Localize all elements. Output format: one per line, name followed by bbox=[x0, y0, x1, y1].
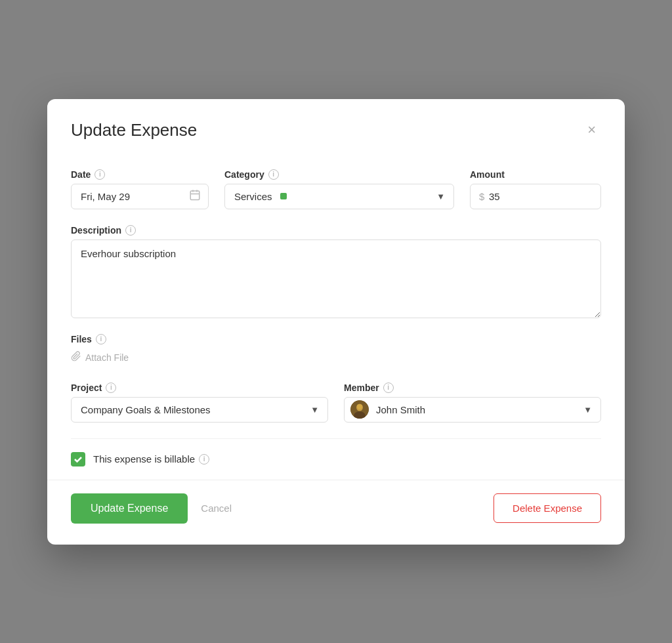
date-input[interactable] bbox=[71, 184, 209, 209]
date-input-wrapper bbox=[71, 184, 209, 209]
modal-body: Date i bbox=[47, 154, 625, 480]
project-group: Project i Company Goals & Milestones ▼ bbox=[71, 383, 328, 423]
category-dot bbox=[280, 193, 287, 199]
category-group: Category i Services ▼ bbox=[224, 169, 454, 209]
description-row: Description i Everhour subscription bbox=[71, 225, 601, 318]
billable-label: This expense is billable i bbox=[93, 453, 209, 465]
files-info-icon: i bbox=[96, 334, 106, 344]
member-select-wrapper: John Smith ▼ bbox=[344, 397, 601, 423]
billable-checkbox[interactable] bbox=[71, 452, 85, 467]
footer-left-actions: Update Expense Cancel bbox=[71, 493, 234, 524]
amount-prefix: $ bbox=[479, 191, 484, 202]
update-expense-modal: Update Expense × Date i bbox=[47, 99, 625, 545]
amount-input[interactable] bbox=[470, 184, 601, 209]
category-display[interactable]: Services bbox=[224, 184, 454, 209]
category-label: Category i bbox=[224, 169, 454, 180]
project-select-wrapper: Company Goals & Milestones ▼ bbox=[71, 397, 328, 423]
delete-expense-button[interactable]: Delete Expense bbox=[494, 493, 601, 523]
description-label: Description i bbox=[71, 225, 601, 236]
close-button[interactable]: × bbox=[582, 120, 601, 140]
project-label: Project i bbox=[71, 383, 328, 393]
category-info-icon: i bbox=[268, 169, 279, 180]
member-select[interactable]: John Smith bbox=[344, 397, 601, 423]
amount-group: Amount $ bbox=[470, 169, 601, 209]
member-info-icon: i bbox=[383, 383, 394, 393]
modal-title: Update Expense bbox=[71, 120, 197, 140]
cancel-button[interactable]: Cancel bbox=[198, 497, 234, 519]
billable-info-icon: i bbox=[199, 454, 209, 465]
amount-label: Amount bbox=[470, 169, 601, 180]
description-info-icon: i bbox=[125, 225, 136, 236]
description-group: Description i Everhour subscription bbox=[71, 225, 601, 318]
member-label: Member i bbox=[344, 383, 601, 393]
date-category-amount-row: Date i bbox=[71, 169, 601, 209]
billable-row: This expense is billable i bbox=[71, 438, 601, 480]
attach-file-button[interactable]: Attach File bbox=[71, 348, 601, 367]
member-group: Member i bbox=[344, 383, 601, 423]
description-textarea[interactable]: Everhour subscription bbox=[71, 239, 601, 318]
modal-footer: Update Expense Cancel Delete Expense bbox=[47, 480, 625, 545]
files-label: Files i bbox=[71, 334, 601, 344]
paperclip-icon bbox=[71, 351, 81, 364]
date-label: Date i bbox=[71, 169, 209, 180]
date-info-icon: i bbox=[94, 169, 105, 180]
modal-header: Update Expense × bbox=[47, 99, 625, 154]
update-expense-button[interactable]: Update Expense bbox=[71, 493, 188, 524]
amount-input-wrapper: $ bbox=[470, 184, 601, 209]
project-member-row: Project i Company Goals & Milestones ▼ M… bbox=[71, 383, 601, 423]
project-info-icon: i bbox=[106, 383, 116, 393]
project-select[interactable]: Company Goals & Milestones bbox=[71, 397, 328, 423]
files-group: Files i Attach File bbox=[71, 334, 601, 367]
date-group: Date i bbox=[71, 169, 209, 209]
category-select-wrapper: Services ▼ bbox=[224, 184, 454, 209]
